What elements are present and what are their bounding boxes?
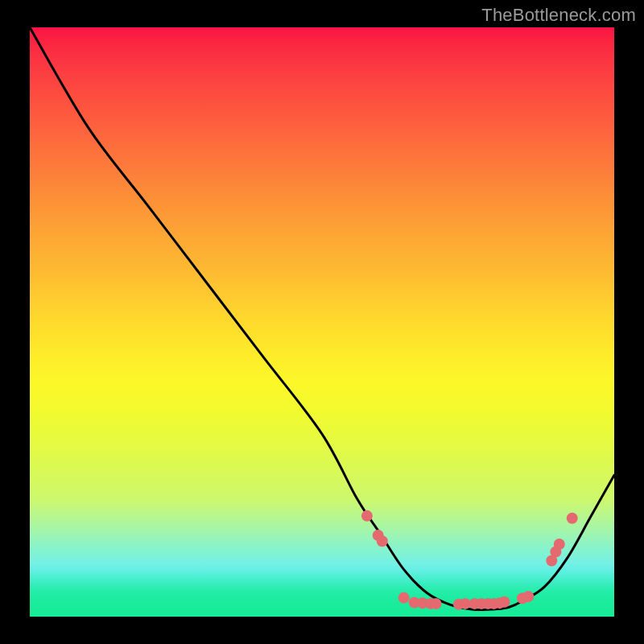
data-marker xyxy=(398,592,410,604)
data-marker xyxy=(377,535,388,547)
data-marker xyxy=(567,513,578,524)
chart-svg-overlay xyxy=(30,27,614,617)
data-marker xyxy=(431,598,442,609)
data-marker xyxy=(522,591,534,602)
curve-path xyxy=(30,27,614,610)
data-marker xyxy=(499,597,510,608)
watermark-text: TheBottleneck.com xyxy=(481,5,636,26)
data-marker xyxy=(361,510,373,522)
data-markers xyxy=(361,510,578,610)
data-marker xyxy=(554,539,565,550)
